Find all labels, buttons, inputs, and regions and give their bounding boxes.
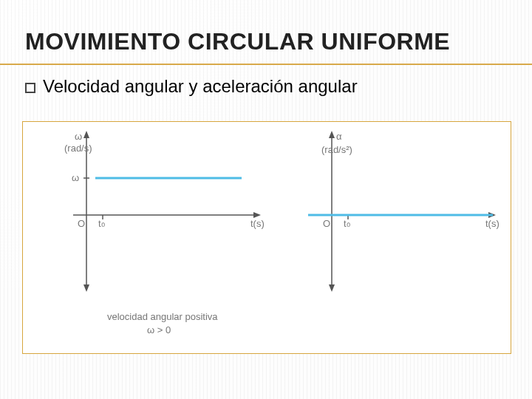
bullet-text: Velocidad angular y aceleración angular bbox=[43, 76, 358, 97]
chart-omega-vs-t: ω (rad/s) ω O t₀ t(s) velocidad angular … bbox=[36, 126, 273, 348]
slide: MOVIMIENTO CIRCULAR UNIFORME Velocidad a… bbox=[0, 0, 532, 399]
bullet-row: Velocidad angular y aceleración angular bbox=[25, 76, 507, 97]
page-title: MOVIMIENTO CIRCULAR UNIFORME bbox=[25, 28, 507, 55]
title-underline bbox=[0, 64, 532, 65]
svg-marker-4 bbox=[253, 212, 261, 218]
x-t0-label: t₀ bbox=[98, 218, 105, 229]
svg-marker-9 bbox=[329, 131, 335, 138]
svg-marker-2 bbox=[83, 284, 89, 292]
bullet-square-icon bbox=[25, 83, 35, 93]
x-origin-label: O bbox=[323, 218, 330, 229]
y-tick-omega: ω bbox=[72, 172, 79, 183]
x-origin-label: O bbox=[78, 218, 85, 229]
svg-marker-10 bbox=[329, 284, 335, 292]
caption-line-2: ω > 0 bbox=[147, 324, 171, 335]
x-axis-label: t(s) bbox=[485, 218, 499, 229]
charts-frame: ω (rad/s) ω O t₀ t(s) velocidad angular … bbox=[22, 121, 511, 354]
svg-marker-1 bbox=[83, 131, 89, 138]
y-axis-label-2: (rad/s) bbox=[64, 143, 92, 154]
chart-alpha-vs-t: α (rad/s²) O t₀ t(s) bbox=[302, 126, 509, 348]
caption-line-1: velocidad angular positiva bbox=[107, 311, 218, 322]
x-axis-label: t(s) bbox=[250, 218, 265, 229]
y-axis-label-2: (rad/s²) bbox=[321, 144, 352, 155]
x-t0-label: t₀ bbox=[344, 218, 350, 229]
y-axis-label-1: ω bbox=[75, 131, 82, 142]
y-axis-label-1: α bbox=[336, 131, 342, 142]
